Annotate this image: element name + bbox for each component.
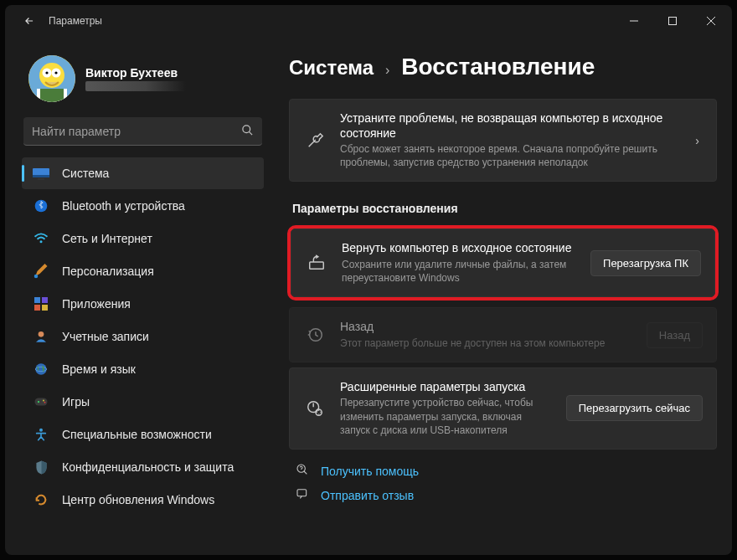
nav-label: Система bbox=[62, 167, 109, 180]
nav-label: Учетные записи bbox=[62, 330, 149, 343]
svg-rect-32 bbox=[310, 262, 324, 269]
svg-point-12 bbox=[243, 125, 250, 132]
goback-desc: Этот параметр больше не доступен на этом… bbox=[340, 337, 633, 350]
svg-point-24 bbox=[39, 331, 44, 337]
nav-personalization[interactable]: Персонализация bbox=[22, 255, 264, 287]
update-icon bbox=[32, 491, 50, 509]
goback-title: Назад bbox=[340, 320, 633, 335]
profile-block[interactable]: Виктор Бухтеев bbox=[22, 55, 269, 102]
sidebar: Виктор Бухтеев Система Bluetooth и устро… bbox=[22, 37, 269, 555]
nav-label: Центр обновления Windows bbox=[62, 493, 214, 506]
maximize-button[interactable] bbox=[653, 8, 692, 33]
nav-windows-update[interactable]: Центр обновления Windows bbox=[22, 484, 264, 516]
section-heading: Параметры восстановления bbox=[292, 202, 717, 215]
history-icon bbox=[303, 326, 327, 344]
svg-rect-23 bbox=[42, 305, 48, 311]
nav-time-language[interactable]: Время и язык bbox=[22, 353, 264, 385]
feedback-icon bbox=[294, 487, 311, 503]
svg-point-9 bbox=[54, 71, 57, 74]
wrench-icon bbox=[303, 131, 327, 150]
svg-rect-22 bbox=[34, 305, 40, 311]
gamepad-icon bbox=[32, 393, 50, 411]
nav-label: Персонализация bbox=[62, 265, 154, 278]
svg-point-8 bbox=[45, 71, 48, 74]
nav-label: Игры bbox=[62, 395, 90, 408]
svg-rect-15 bbox=[33, 175, 49, 177]
chevron-right-icon: › bbox=[692, 134, 703, 147]
nav-network[interactable]: Сеть и Интернет bbox=[22, 223, 264, 254]
svg-point-25 bbox=[35, 363, 46, 374]
breadcrumb: Система › Восстановление bbox=[289, 54, 717, 80]
titlebar: Параметры bbox=[5, 5, 732, 37]
nav-label: Время и язык bbox=[62, 362, 136, 376]
bluetooth-icon bbox=[32, 197, 50, 215]
feedback-label: Отправить отзыв bbox=[321, 489, 414, 502]
apps-icon bbox=[32, 295, 50, 313]
nav-accounts[interactable]: Учетные записи bbox=[22, 321, 264, 352]
chevron-right-icon: › bbox=[385, 63, 389, 78]
wifi-icon bbox=[32, 229, 50, 248]
svg-point-18 bbox=[40, 240, 43, 243]
highlight-annotation: Вернуть компьютер в исходное состояние С… bbox=[287, 225, 719, 301]
nav-accessibility[interactable]: Специальные возможности bbox=[22, 419, 264, 450]
search-box[interactable] bbox=[23, 117, 262, 146]
globe-icon bbox=[32, 360, 50, 378]
nav-label: Bluetooth и устройства bbox=[62, 199, 185, 213]
profile-name: Виктор Бухтеев bbox=[85, 66, 186, 80]
brush-icon bbox=[32, 262, 50, 280]
svg-rect-1 bbox=[669, 18, 677, 25]
get-help-link[interactable]: Получить помощь bbox=[294, 463, 717, 479]
banner-desc: Сброс может занять некоторое время. Снач… bbox=[340, 142, 678, 169]
power-settings-icon bbox=[303, 399, 327, 418]
breadcrumb-parent[interactable]: Система bbox=[289, 56, 374, 80]
shield-icon bbox=[32, 458, 50, 476]
reset-pc-icon bbox=[305, 254, 328, 272]
reset-title: Вернуть компьютер в исходное состояние bbox=[342, 241, 577, 256]
reset-desc: Сохраните или удалите личные файлы, а за… bbox=[342, 258, 577, 285]
advanced-title: Расширенные параметры запуска bbox=[340, 380, 553, 395]
feedback-link[interactable]: Отправить отзыв bbox=[294, 487, 717, 503]
settings-window: Параметры bbox=[5, 5, 732, 555]
nav-system[interactable]: Система bbox=[22, 157, 264, 189]
svg-point-30 bbox=[44, 402, 46, 403]
search-icon bbox=[241, 124, 254, 139]
svg-rect-27 bbox=[35, 398, 48, 406]
nav-label: Специальные возможности bbox=[62, 428, 212, 441]
nav-label: Приложения bbox=[62, 297, 131, 311]
reset-pc-card: Вернуть компьютер в исходное состояние С… bbox=[291, 229, 715, 297]
accessibility-icon bbox=[32, 425, 50, 444]
person-icon bbox=[32, 327, 50, 346]
svg-point-28 bbox=[38, 401, 39, 403]
close-button[interactable] bbox=[692, 8, 730, 33]
svg-line-13 bbox=[249, 131, 252, 135]
nav-gaming[interactable]: Игры bbox=[22, 386, 264, 418]
nav-bluetooth[interactable]: Bluetooth и устройства bbox=[22, 190, 264, 222]
restart-now-button[interactable]: Перезагрузить сейчас bbox=[566, 395, 703, 421]
nav-list: Система Bluetooth и устройства Сеть и Ин… bbox=[22, 157, 269, 516]
advanced-startup-card: Расширенные параметры запуска Перезапуст… bbox=[289, 367, 717, 450]
nav-apps[interactable]: Приложения bbox=[22, 288, 264, 320]
search-input[interactable] bbox=[32, 125, 241, 138]
go-back-card: Назад Этот параметр больше не доступен н… bbox=[289, 307, 717, 362]
svg-rect-20 bbox=[34, 297, 40, 303]
go-back-button: Назад bbox=[647, 322, 703, 348]
svg-point-19 bbox=[34, 275, 39, 279]
nav-privacy[interactable]: Конфиденциальность и защита bbox=[22, 451, 264, 483]
svg-rect-11 bbox=[40, 89, 64, 102]
troubleshoot-banner[interactable]: Устраните проблемы, не возвращая компьют… bbox=[289, 99, 717, 182]
svg-rect-37 bbox=[297, 490, 307, 496]
advanced-desc: Перезапустите устройство сейчас, чтобы и… bbox=[340, 396, 553, 437]
back-button[interactable] bbox=[15, 8, 44, 33]
svg-point-29 bbox=[43, 400, 44, 402]
display-icon bbox=[32, 164, 50, 182]
nav-label: Конфиденциальность и защита bbox=[62, 460, 234, 474]
nav-label: Сеть и Интернет bbox=[62, 232, 152, 245]
svg-rect-16 bbox=[38, 178, 44, 180]
minimize-button[interactable] bbox=[615, 8, 653, 33]
main-content: Система › Восстановление Устраните пробл… bbox=[269, 37, 732, 555]
window-title: Параметры bbox=[49, 15, 102, 27]
help-icon bbox=[294, 463, 311, 479]
svg-rect-21 bbox=[42, 297, 48, 303]
reset-pc-button[interactable]: Перезагрузка ПК bbox=[590, 250, 701, 276]
svg-point-31 bbox=[39, 429, 43, 432]
